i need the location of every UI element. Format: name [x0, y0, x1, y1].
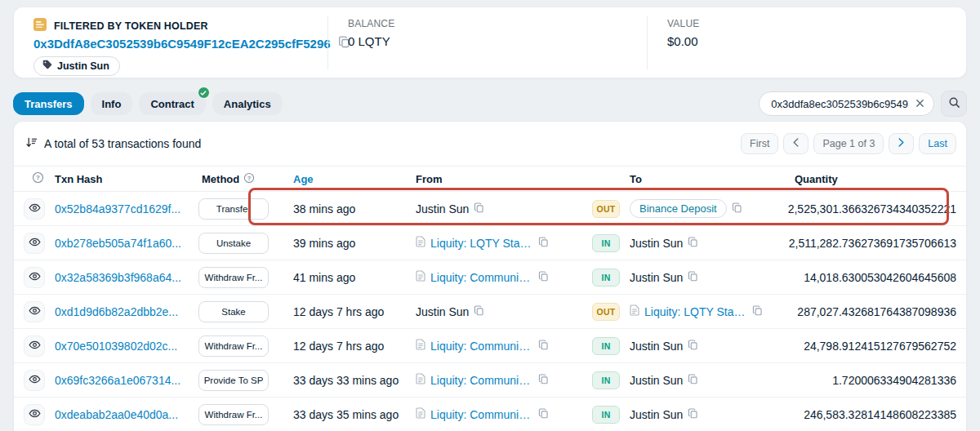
balance-value: 0 LQTY	[348, 34, 627, 48]
search-button[interactable]	[941, 91, 967, 117]
address-link[interactable]: Liquity: LQTY Staking	[644, 305, 747, 318]
from-cell: Justin Sun	[412, 305, 586, 318]
address-link[interactable]: Liquity: Community Iss...	[430, 271, 533, 284]
address-link[interactable]: Liquity: Community Iss...	[430, 374, 533, 387]
eye-icon	[29, 304, 41, 319]
column-header-age[interactable]: Age	[290, 173, 412, 185]
copy-button[interactable]	[538, 271, 549, 284]
copy-button[interactable]	[474, 202, 484, 216]
txn-hash-link[interactable]: 0x69fc3266a1e067314...	[55, 374, 180, 387]
copy-button[interactable]	[538, 340, 549, 353]
address-link[interactable]: Liquity: Community Iss...	[430, 408, 533, 421]
tab-transfers[interactable]: Transfers	[13, 92, 84, 115]
tab-label: Contract	[150, 98, 194, 110]
address-link[interactable]: Liquity: LQTY Staking	[430, 237, 533, 250]
sort-icon[interactable]	[25, 136, 38, 151]
from-cell: Liquity: LQTY Staking	[412, 236, 586, 250]
transfers-panel: A total of 53 transactions found First P…	[13, 121, 967, 431]
preview-column-header: ?	[24, 171, 51, 186]
transactions-total-text: A total of 53 transactions found	[44, 137, 201, 150]
copy-button[interactable]	[538, 237, 549, 250]
column-header-method: Method ?	[198, 172, 290, 186]
verified-icon	[198, 87, 210, 99]
tab-analytics[interactable]: Analytics	[212, 92, 283, 115]
method-badge: Unstake	[198, 233, 269, 254]
to-cell: Justin Sun	[626, 237, 767, 250]
txn-hash-link[interactable]: 0xb278eb505a74f1a60...	[55, 237, 181, 250]
filtered-by-label: FILTERED BY TOKEN HOLDER	[54, 20, 208, 32]
search-term: 0x3ddfa8ec3052539b6c9549	[771, 98, 908, 110]
txn-hash-link[interactable]: 0x52b84a9377cd1629f...	[55, 202, 180, 216]
table-body: 0x52b84a9377cd1629f... Transfer 38 mins …	[14, 192, 966, 431]
holder-address-link[interactable]: 0x3DdfA8eC3052539b6C9549F12cEA2C295cfF52…	[33, 37, 331, 51]
copy-button[interactable]	[732, 202, 742, 216]
age-cell: 12 days 7 hrs ago	[290, 305, 412, 318]
copy-icon	[752, 305, 763, 318]
copy-button[interactable]	[688, 374, 698, 387]
copy-icon	[732, 202, 742, 216]
from-cell: Liquity: Community Iss...	[412, 339, 586, 353]
copy-icon	[538, 374, 549, 387]
copy-icon	[474, 202, 484, 216]
pagination-prev-button[interactable]	[783, 133, 808, 154]
from-cell: Liquity: Community Iss...	[412, 373, 586, 387]
copy-icon	[688, 237, 698, 250]
tab-bar: Transfers Info Contract Analytics 0x3ddf…	[13, 91, 967, 117]
age-cell: 33 days 33 mins ago	[290, 374, 412, 387]
question-icon[interactable]: ?	[243, 172, 255, 186]
copy-button[interactable]	[688, 237, 698, 250]
txn-hash-link[interactable]: 0xd1d9d6b82a2dbb2e...	[55, 305, 178, 318]
txn-hash-link[interactable]: 0x32a58369b3f968a64...	[55, 271, 181, 284]
to-cell: Justin Sun	[626, 340, 767, 353]
pagination-first-button[interactable]: First	[741, 133, 778, 154]
copy-button[interactable]	[688, 340, 698, 353]
table-row: 0xb278eb505a74f1a60... Unstake 39 mins a…	[14, 226, 966, 260]
preview-eye-button[interactable]	[24, 198, 45, 220]
address-tag-pill[interactable]: Binance Deposit	[630, 199, 727, 218]
search-filter-chip[interactable]: 0x3ddfa8ec3052539b6c9549	[759, 91, 934, 116]
preview-eye-button[interactable]	[24, 370, 45, 391]
direction-badge: IN	[592, 337, 620, 355]
copy-button[interactable]	[688, 408, 698, 421]
quantity-cell: 287,027.432681764387098936	[767, 305, 956, 318]
question-icon[interactable]: ?	[32, 171, 44, 186]
direction-badge: IN	[592, 406, 620, 424]
tab-contract[interactable]: Contract	[139, 92, 205, 115]
copy-button[interactable]	[474, 305, 484, 318]
copy-icon	[688, 271, 698, 284]
column-header-from: From	[412, 173, 586, 185]
preview-eye-button[interactable]	[24, 233, 45, 254]
preview-eye-button[interactable]	[24, 404, 45, 425]
from-cell: Liquity: Community Iss...	[412, 407, 586, 421]
pagination-next-button[interactable]	[889, 133, 914, 154]
age-header-label: Age	[293, 173, 314, 185]
address-link[interactable]: Liquity: Community Iss...	[430, 340, 533, 353]
holder-name-tag[interactable]: Justin Sun	[33, 56, 120, 76]
address-label: Justin Sun	[630, 237, 683, 250]
tag-icon	[42, 60, 52, 72]
preview-eye-button[interactable]	[24, 267, 45, 288]
pagination-last-button[interactable]: Last	[919, 133, 956, 154]
txn-hash-link[interactable]: 0x70e501039802d02c...	[55, 340, 177, 353]
direction-badge: IN	[592, 269, 620, 287]
method-badge: Stake	[198, 301, 269, 322]
value-label: VALUE	[667, 18, 947, 29]
copy-button[interactable]	[688, 271, 698, 284]
table-header-row: ? Txn Hash Method ? Age From To Quantity	[14, 166, 966, 192]
copy-button[interactable]	[538, 408, 549, 421]
tab-label: Transfers	[24, 98, 73, 110]
holder-section: FILTERED BY TOKEN HOLDER 0x3DdfA8eC30525…	[14, 7, 327, 78]
preview-eye-button[interactable]	[24, 335, 45, 357]
quantity-cell: 14,018.630053042604645608	[767, 271, 956, 284]
preview-eye-button[interactable]	[24, 301, 45, 322]
tab-info[interactable]: Info	[91, 92, 133, 115]
method-badge: Transfer	[198, 198, 269, 220]
clear-search-button[interactable]	[915, 98, 924, 110]
tab-label: Analytics	[224, 98, 271, 110]
method-badge: Provide To SP	[198, 370, 269, 391]
copy-button[interactable]	[538, 374, 549, 387]
txn-hash-link[interactable]: 0xdeabab2aa0e40d0a...	[55, 408, 178, 421]
eye-icon	[29, 202, 41, 216]
copy-button[interactable]	[752, 305, 763, 318]
address-label: Justin Sun	[630, 374, 683, 387]
